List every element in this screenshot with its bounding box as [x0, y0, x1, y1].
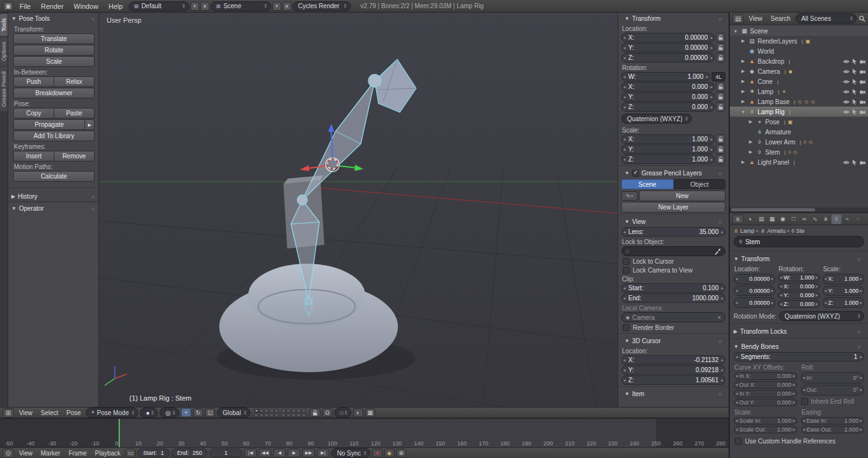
play-reverse-button[interactable]: ◀: [273, 449, 286, 457]
layer-toggle[interactable]: [291, 413, 296, 417]
layer-toggle[interactable]: [302, 413, 306, 417]
expander-icon[interactable]: ▶: [740, 69, 746, 74]
layer-toggle[interactable]: [264, 413, 269, 417]
scale-z-field[interactable]: Z:1.000: [823, 297, 864, 308]
panel-grip-icon[interactable]: ≡: [857, 344, 861, 350]
panel-grip-icon[interactable]: ≡: [718, 391, 722, 397]
expander-icon[interactable]: ▶: [748, 150, 754, 155]
editor-type-icon[interactable]: ≡: [732, 214, 744, 224]
cursor-z-field[interactable]: Z:1.00561: [621, 375, 725, 385]
rotation-w-field[interactable]: W:1.000: [621, 72, 710, 81]
clear-icon[interactable]: ×: [717, 314, 721, 321]
expander-icon[interactable]: ▶: [748, 119, 754, 124]
render-opengl-anim-icon[interactable]: ▦: [365, 408, 375, 417]
scale-z-field[interactable]: Z:1.000: [621, 155, 715, 164]
remove-keyframe-button[interactable]: Remove: [54, 151, 95, 161]
close-scene-button[interactable]: ×: [283, 2, 291, 11]
selectability-toggle-icon[interactable]: [851, 78, 858, 85]
expander-icon[interactable]: ▶: [740, 99, 746, 104]
outliner-row[interactable]: ▶▤RenderLayers| ▣: [730, 36, 868, 46]
expander-icon[interactable]: ▼: [740, 110, 746, 114]
relax-button[interactable]: Relax: [54, 76, 95, 87]
insert-key-icon[interactable]: ⊕: [396, 449, 406, 457]
outliner-item-label[interactable]: Pose: [765, 119, 780, 126]
rotation-y-field[interactable]: Y:0.000: [621, 92, 715, 102]
layer-toggle[interactable]: [296, 413, 301, 417]
manipulator-translate-icon[interactable]: +: [181, 408, 191, 417]
menu-window[interactable]: Window: [69, 2, 103, 11]
location-z-field[interactable]: 0.00000: [734, 297, 775, 308]
rotation-mode-dropdown[interactable]: Quaternion (WXYZ): [621, 114, 692, 124]
outliner-row[interactable]: ▶▲Light Panel|: [730, 157, 868, 167]
menu-view[interactable]: View: [16, 409, 36, 416]
grease-pencil-checkbox[interactable]: [632, 170, 639, 177]
lock-icon[interactable]: [716, 134, 725, 144]
outliner-row[interactable]: ▶▲Backdrop|: [730, 56, 868, 66]
expander-icon[interactable]: ▶: [740, 89, 746, 94]
eyedropper-icon[interactable]: [714, 248, 721, 255]
tab-render-layers[interactable]: ▤: [756, 214, 766, 224]
renderability-toggle-icon[interactable]: [859, 78, 866, 85]
panel-grip-icon[interactable]: ≡: [91, 16, 95, 22]
outliner-item-label[interactable]: Lamp Base: [758, 98, 790, 105]
render-border-checkbox[interactable]: [623, 324, 630, 331]
jump-prev-keyframe-button[interactable]: ◀◀: [259, 449, 271, 457]
play-button[interactable]: ▶: [288, 449, 300, 457]
transform-locks-panel-header[interactable]: ▶ Transform Locks ≡: [734, 326, 864, 336]
translate-button[interactable]: Translate: [13, 33, 95, 44]
rotate-button[interactable]: Rotate: [13, 45, 95, 56]
location-x-field[interactable]: 0.00000: [734, 274, 775, 285]
lock-to-object-field[interactable]: □: [621, 246, 725, 256]
clip-end-field[interactable]: End:1000.000: [621, 293, 725, 303]
selectability-toggle-icon[interactable]: [851, 159, 858, 166]
insert-keyframe-button[interactable]: Insert: [13, 151, 54, 161]
jump-to-end-button[interactable]: ▶|: [317, 449, 329, 457]
menu-view[interactable]: View: [746, 15, 766, 22]
keying-set-icon[interactable]: ◆: [384, 449, 394, 457]
editor-type-icon[interactable]: ⊙: [3, 449, 14, 458]
tab-bone-constraints[interactable]: ≈: [842, 214, 852, 224]
location-z-field[interactable]: Z:0.00000: [621, 53, 715, 62]
lock-icon[interactable]: [716, 155, 725, 164]
visibility-toggle-icon[interactable]: [843, 98, 850, 105]
menu-file[interactable]: File: [15, 2, 35, 11]
lock-camera-checkbox[interactable]: [623, 267, 630, 274]
3d-scene[interactable]: [99, 13, 618, 407]
panel-grip-icon[interactable]: ≡: [91, 206, 95, 212]
scale-x-field[interactable]: X:1.000: [621, 134, 715, 144]
tab-world[interactable]: ◉: [778, 214, 788, 224]
scene-dropdown[interactable]: ▦ Scene: [211, 1, 271, 11]
outliner-row[interactable]: ▶▲Cone|: [730, 76, 868, 86]
cursor-panel-header[interactable]: ▼ 3D Cursor ≡: [621, 335, 725, 346]
current-frame-line[interactable]: [119, 419, 120, 447]
lock-icon[interactable]: [716, 53, 725, 62]
outliner-row[interactable]: ▶◆Camera| ◆: [730, 66, 868, 76]
display-mode-dropdown[interactable]: All Scenes: [795, 13, 857, 23]
outliner-item-label[interactable]: RenderLayers: [758, 38, 797, 45]
tab-scene[interactable]: ▦: [767, 214, 777, 224]
manipulator-scale-icon[interactable]: ◱: [205, 408, 215, 417]
tab-object-data[interactable]: ⋔: [821, 214, 831, 224]
panel-grip-icon[interactable]: ≡: [91, 194, 95, 200]
layer-toggle[interactable]: [269, 409, 274, 413]
bendy-bones-panel-header[interactable]: ▼ Bendy Bones ≡: [734, 341, 864, 351]
screen-layout-dropdown[interactable]: ▦ Default: [129, 1, 189, 11]
expander-icon[interactable]: ▶: [740, 38, 746, 44]
outliner-row[interactable]: ⋔Armature: [730, 127, 868, 137]
outliner-item-label[interactable]: Lamp: [758, 88, 773, 95]
operator-panel-header[interactable]: ▼ Operator ≡: [8, 203, 98, 213]
rotation-x-field[interactable]: X:0.000: [778, 283, 819, 290]
timeline-ruler[interactable]: -50-40-30-20-100102030405060708090100110…: [0, 419, 729, 447]
gp-draw-icon[interactable]: ✎+: [621, 191, 638, 201]
outliner-row[interactable]: ▼▦Scene: [730, 26, 868, 36]
panel-grip-icon[interactable]: ≡: [857, 256, 861, 262]
grease-pencil-panel-header[interactable]: ▼ Grease Pencil Layers ≡: [621, 167, 725, 178]
editor-type-icon[interactable]: ⊞: [3, 408, 14, 418]
rotation-x-field[interactable]: X:0.000: [621, 82, 715, 91]
renderability-toggle-icon[interactable]: [859, 68, 866, 75]
lock-icon[interactable]: [716, 43, 725, 52]
lens-field[interactable]: Lens:35.000: [621, 227, 725, 237]
layer-toggle[interactable]: [259, 409, 264, 413]
transform-panel-header[interactable]: ▼ Transform ≡: [734, 253, 864, 264]
outliner-item-label[interactable]: World: [758, 48, 774, 55]
